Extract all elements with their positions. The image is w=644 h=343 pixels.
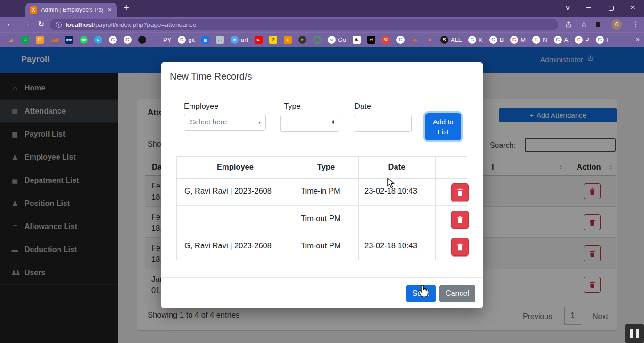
divider xyxy=(183,147,462,147)
godaddy-icon[interactable]: ∞Go xyxy=(328,36,346,44)
modal-table-row: Tim-out PM xyxy=(177,206,467,233)
google-icon[interactable]: G xyxy=(109,36,117,44)
delete-record-button[interactable] xyxy=(451,211,469,229)
google-p-icon-glyph: G xyxy=(575,36,583,44)
profile-avatar[interactable]: 0 xyxy=(611,19,622,30)
minimize-button[interactable]: – xyxy=(586,3,591,11)
godaddy-icon-glyph: ∞ xyxy=(328,36,336,44)
kebab-menu-icon[interactable]: ⋮ xyxy=(632,20,639,29)
share-icon[interactable] xyxy=(565,21,572,30)
youtube-icon[interactable]: ▶ xyxy=(255,36,263,44)
save-button[interactable]: Save xyxy=(406,285,436,302)
leaf-icon[interactable]: ◢ xyxy=(7,36,15,44)
add-to-list-button[interactable]: Add to List xyxy=(425,113,461,140)
site-info-icon[interactable]: i xyxy=(56,22,62,28)
browser-tab[interactable]: X Admin | Employee's Payroll × xyxy=(25,3,117,17)
reload-icon[interactable]: ↻ xyxy=(38,19,44,29)
type-select[interactable]: ▲▼ xyxy=(280,115,339,132)
type-cell: Tim-out PM xyxy=(301,214,341,223)
google-p-icon[interactable]: GP xyxy=(575,36,589,44)
screen-recorder-pause-button[interactable] xyxy=(625,324,644,343)
employee-cell: G, Ravi Ravi | 2023-2608 xyxy=(184,187,272,196)
whatsapp-icon-glyph: ☎ xyxy=(80,36,88,44)
google-a-icon[interactable]: GA xyxy=(554,36,569,44)
employee-label: Employee xyxy=(184,102,218,111)
bookmarks-overflow-icon[interactable]: » xyxy=(636,35,640,43)
url-host: localhost xyxy=(66,21,93,28)
eagle-icon[interactable]: ♞ xyxy=(353,36,361,44)
ieee-icon[interactable]: IEEE xyxy=(65,36,73,44)
google-icon-2[interactable]: G xyxy=(124,36,132,44)
google-n-icon[interactable]: GN xyxy=(532,36,547,44)
url-bookmark-glyph: ≈ xyxy=(231,36,239,44)
window-close-button[interactable]: × xyxy=(630,3,635,12)
modal-table-row: G, Ravi Ravi | 2023-2608 Time-in PM 23-0… xyxy=(177,179,467,206)
delete-record-button[interactable] xyxy=(451,183,469,201)
telegram-icon[interactable]: ▸ xyxy=(94,36,102,44)
matlab-icon-glyph: ◆ xyxy=(411,36,419,44)
google-icon-3-glyph: G xyxy=(396,36,405,44)
globe-all-icon[interactable]: SALL xyxy=(440,36,462,44)
matlab-icon[interactable]: ◆ xyxy=(411,36,419,44)
xampp-favicon-icon: X xyxy=(30,6,37,14)
google-i-icon[interactable]: GI xyxy=(596,36,608,44)
ieee-icon-glyph: IEEE xyxy=(65,36,73,44)
google-git-icon-label: git xyxy=(188,36,195,43)
whatsapp-icon[interactable]: ☎ xyxy=(80,36,88,44)
github-icon[interactable] xyxy=(138,36,146,44)
url-bookmark[interactable]: ≈url xyxy=(231,36,248,44)
google-git-icon-glyph: G xyxy=(178,36,186,44)
bookmark-star-icon[interactable]: ☆ xyxy=(580,20,587,29)
yandex-icon[interactable]: Я xyxy=(382,36,390,44)
cl-icon-glyph: cl xyxy=(367,36,375,44)
cancel-button[interactable]: Cancel xyxy=(439,285,475,302)
cart-icon-glyph: ¤ xyxy=(298,36,306,44)
analytics-icon[interactable]: ▂▅▇ xyxy=(50,36,58,44)
new-tab-button[interactable]: + xyxy=(124,2,129,13)
google-icon-2-glyph: G xyxy=(124,36,132,44)
radio-icon[interactable]: ▭ xyxy=(216,36,224,44)
google-i-icon-glyph: G xyxy=(596,36,604,44)
telegram-icon-glyph: ▸ xyxy=(94,36,102,44)
google-git-icon[interactable]: Ggit xyxy=(178,36,195,44)
modal-title: New Time Record/s xyxy=(170,71,252,82)
orange-g-icon[interactable]: G xyxy=(36,36,44,44)
py-bookmark[interactable]: PY xyxy=(153,36,171,44)
camera-icon[interactable]: ● xyxy=(284,36,292,44)
eagle-icon-glyph: ♞ xyxy=(353,36,361,44)
barcode-icon-glyph: ||| xyxy=(201,36,209,44)
google-m-icon[interactable]: GM xyxy=(510,36,526,44)
barcode-icon[interactable]: ||| xyxy=(201,36,209,44)
cl-icon[interactable]: cl xyxy=(367,36,375,44)
back-icon[interactable]: ← xyxy=(7,19,15,29)
modal-table-row: G, Ravi Ravi | 2023-2608 Tim-out PM 23-0… xyxy=(177,233,467,261)
flower-icon[interactable]: ✶ xyxy=(426,36,434,44)
modal-col-type: Type xyxy=(294,163,358,172)
employee-select-value: Select here xyxy=(190,118,227,126)
p-icon[interactable]: P xyxy=(269,36,277,44)
forward-icon[interactable]: → xyxy=(23,19,31,29)
google-k-icon[interactable]: GK xyxy=(468,36,483,44)
sheets-icon-glyph: + xyxy=(21,36,29,44)
youtube-icon-glyph: ▶ xyxy=(255,36,263,44)
ring-icon[interactable] xyxy=(313,36,321,44)
google-a-icon-label: A xyxy=(564,36,569,43)
date-input[interactable] xyxy=(354,115,412,132)
maximize-button[interactable] xyxy=(609,6,614,11)
type-cell: Time-in PM xyxy=(301,187,340,196)
google-n-icon-label: N xyxy=(543,36,547,43)
google-b-icon[interactable]: GB xyxy=(489,36,504,44)
delete-record-button[interactable] xyxy=(451,238,469,256)
tab-search-icon[interactable]: ∨ xyxy=(565,4,570,11)
cart-icon[interactable]: ¤ xyxy=(298,36,306,44)
employee-select[interactable]: Select here ▾ xyxy=(184,114,266,131)
google-b-icon-label: B xyxy=(500,36,504,43)
radio-icon-glyph: ▭ xyxy=(216,36,224,44)
sheets-icon[interactable]: + xyxy=(21,36,29,44)
analytics-icon-glyph: ▂▅▇ xyxy=(50,36,58,44)
google-p-icon-label: P xyxy=(585,36,589,43)
google-icon-3[interactable]: G xyxy=(396,36,405,44)
p-icon-glyph: P xyxy=(269,36,277,44)
address-bar[interactable]: i localhost/payroll/index.php?page=atten… xyxy=(50,19,558,30)
tab-close-icon[interactable]: × xyxy=(107,6,113,14)
